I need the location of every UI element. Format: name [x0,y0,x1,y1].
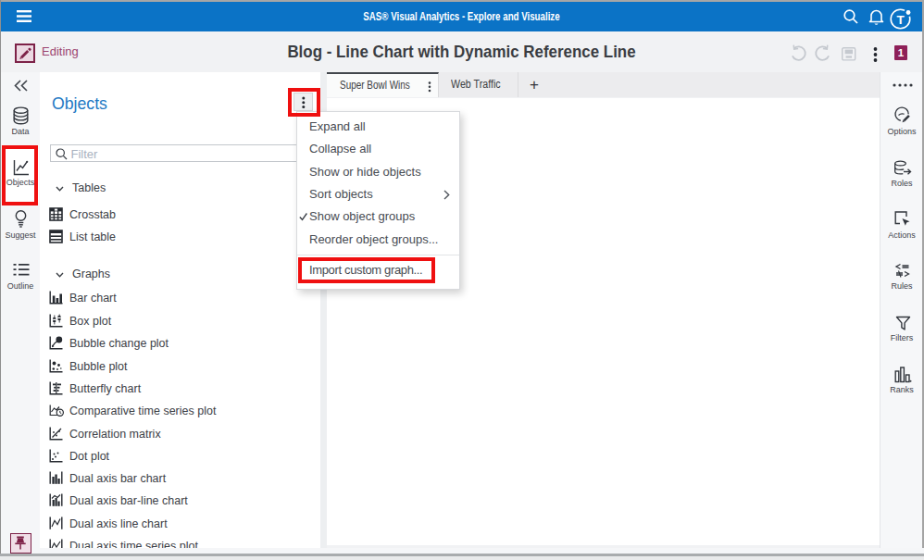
svg-text:T: T [896,13,905,27]
